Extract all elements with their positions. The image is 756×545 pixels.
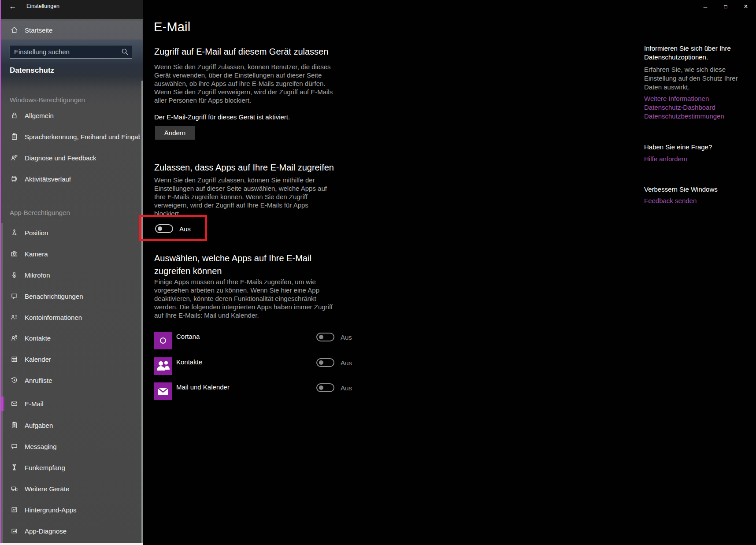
app-name: Cortana <box>176 333 200 340</box>
other-devices-icon <box>11 485 18 493</box>
sidebar-scrollbar[interactable] <box>141 81 143 543</box>
back-arrow-icon: ← <box>9 2 17 11</box>
sidebar-item-kamera[interactable]: Kamera <box>0 246 142 261</box>
link-datenschutz-dashboard[interactable]: Datenschutz-Dashboard <box>644 103 755 112</box>
toggle-knob <box>319 360 323 365</box>
toggle-knob <box>319 386 323 390</box>
app-name: Mail und Kalender <box>176 383 230 391</box>
minimize-button[interactable]: – <box>695 0 715 13</box>
question-heading: Haben Sie eine Frage? <box>644 143 755 152</box>
link-feedback-senden[interactable]: Feedback senden <box>644 196 755 205</box>
close-button[interactable]: × <box>736 0 756 13</box>
sidebar-group-app-berechtigungen: App-Berechtigungen <box>10 209 70 216</box>
sidebar-item-spracherkennung[interactable]: Spracherkennung, Freihand und Eingabe <box>0 129 142 144</box>
notification-icon <box>11 293 18 300</box>
call-history-icon <box>11 377 18 384</box>
highlight-annotation-box <box>139 215 207 241</box>
sidebar-section-title: Datenschutz <box>10 66 54 75</box>
mail-icon <box>154 382 172 400</box>
privacy-info-body: Erfahren Sie, wie sich diese Einstellung… <box>644 65 755 92</box>
clipboard-icon <box>11 133 18 141</box>
change-button[interactable]: Ändern <box>155 126 195 140</box>
sidebar-group-windows-berechtigungen: Windows-Berechtigungen <box>10 96 85 104</box>
radio-icon <box>11 464 18 471</box>
app-toggle-state: Aus <box>341 384 352 392</box>
messaging-icon <box>11 443 18 450</box>
background-window-strip <box>1 223 3 543</box>
apps-section-heading: Auswählen, welche Apps auf Ihre E-Mail z… <box>154 252 344 278</box>
window-title: Einstellungen <box>26 3 59 9</box>
sidebar-item-aktivitaetsverlauf[interactable]: Aktivitätsverlauf <box>0 171 142 186</box>
calendar-icon <box>11 356 18 363</box>
minimize-icon: – <box>704 3 707 10</box>
lock-icon <box>11 112 18 119</box>
contacts-icon <box>11 334 18 342</box>
apps-section-body: Einige Apps müssen auf Ihre E-Mails zugr… <box>154 278 337 319</box>
sidebar-item-email[interactable]: E-Mail <box>0 396 142 411</box>
home-icon <box>11 26 18 34</box>
background-apps-icon <box>11 506 18 514</box>
app-name: Kontakte <box>176 358 202 366</box>
sidebar-item-messaging[interactable]: Messaging <box>0 439 142 454</box>
search-icon[interactable] <box>121 48 129 56</box>
sidebar-item-position[interactable]: Position <box>0 225 142 240</box>
toggle-knob <box>319 335 323 339</box>
email-icon <box>11 400 18 408</box>
allow-section-heading: Zulassen, dass Apps auf Ihre E-Mail zugr… <box>154 163 334 173</box>
link-datenschutzbestimmungen[interactable]: Datenschutzbestimmungen <box>644 112 755 121</box>
access-section-body: Wenn Sie den Zugriff zulassen, können Be… <box>154 63 335 104</box>
maximize-button[interactable]: □ <box>715 0 736 13</box>
sidebar-item-app-diagnose[interactable]: App-Diagnose <box>0 523 142 538</box>
people-icon <box>154 357 172 375</box>
tasks-icon <box>11 422 18 429</box>
background-window-edge <box>0 0 1 545</box>
sidebar-item-allgemein[interactable]: Allgemein <box>0 108 142 123</box>
microphone-icon <box>11 271 18 279</box>
sidebar-item-startseite[interactable]: Startseite <box>0 21 142 39</box>
sidebar-item-funkempfang[interactable]: Funkempfang <box>0 460 142 475</box>
link-hilfe-anfordern[interactable]: Hilfe anfordern <box>644 155 755 163</box>
app-row-kontakte: Kontakte Aus <box>154 357 350 375</box>
cortana-icon <box>154 332 172 349</box>
window-controls: – □ × <box>695 0 756 13</box>
sidebar-item-label: Startseite <box>25 26 52 34</box>
access-section-heading: Zugriff auf E-Mail auf diesem Gerät zula… <box>154 47 328 57</box>
sidebar-item-anrufliste[interactable]: Anrufliste <box>0 373 142 388</box>
back-button[interactable]: ← <box>5 1 20 12</box>
sidebar-item-kalender[interactable]: Kalender <box>0 352 142 367</box>
kontakte-toggle[interactable] <box>316 358 334 367</box>
link-weitere-informationen[interactable]: Weitere Informationen <box>644 94 755 103</box>
sidebar-item-weitere-geraete[interactable]: Weitere Geräte <box>0 481 142 496</box>
sidebar-item-kontoinformationen[interactable]: Kontoinformationen <box>0 310 142 325</box>
location-icon <box>11 229 18 237</box>
sidebar-item-hintergrund-apps[interactable]: Hintergrund-Apps <box>0 502 142 517</box>
page-title: E-Mail <box>154 20 190 34</box>
close-icon: × <box>744 3 748 11</box>
app-toggle-state: Aus <box>341 334 352 341</box>
cortana-toggle[interactable] <box>316 333 334 341</box>
app-diagnostics-icon <box>11 527 18 535</box>
settings-sidebar: ← Einstellungen Startseite Datenschutz W… <box>0 0 143 545</box>
privacy-info-heading: Informieren Sie sich über Ihre Datenschu… <box>644 44 755 62</box>
mail-kalender-toggle[interactable] <box>316 383 334 392</box>
search-input[interactable] <box>10 45 132 59</box>
sidebar-item-aufgaben[interactable]: Aufgaben <box>0 418 142 433</box>
sidebar-item-diagnose-feedback[interactable]: Diagnose und Feedback <box>0 150 142 165</box>
settings-search <box>10 45 132 59</box>
person-chat-icon <box>11 154 18 162</box>
maximize-icon: □ <box>724 4 727 10</box>
activity-history-icon <box>11 175 18 183</box>
improve-heading: Verbessern Sie Windows <box>644 185 755 194</box>
sidebar-item-mikrofon[interactable]: Mikrofon <box>0 267 142 282</box>
sidebar-item-benachrichtigungen[interactable]: Benachrichtigungen <box>0 289 142 304</box>
access-status: Der E-Mail-Zugriff für dieses Gerät ist … <box>154 113 290 121</box>
sidebar-item-kontakte[interactable]: Kontakte <box>0 330 142 345</box>
camera-icon <box>11 250 18 258</box>
app-row-mail-kalender: Mail und Kalender Aus <box>154 382 350 400</box>
background-window-bottom <box>0 543 143 545</box>
app-toggle-state: Aus <box>341 359 352 367</box>
account-info-icon <box>11 314 18 321</box>
allow-section-body: Wenn Sie den Zugriff zulassen, können Si… <box>154 176 335 218</box>
app-row-cortana: Cortana Aus <box>154 332 350 349</box>
